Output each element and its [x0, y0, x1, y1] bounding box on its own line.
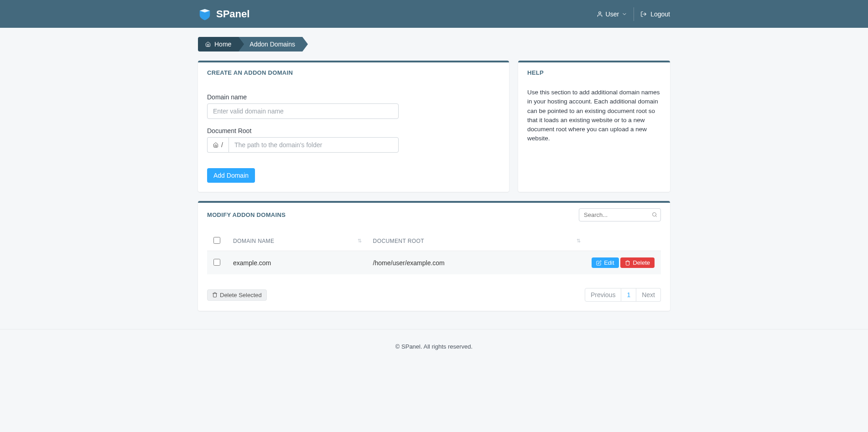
help-panel-title: HELP — [518, 62, 670, 81]
modify-panel-title: MODIFY ADDON DOMAINS — [207, 211, 286, 218]
document-root-input[interactable] — [229, 137, 399, 153]
domain-name-input[interactable] — [207, 103, 399, 119]
breadcrumb-home[interactable]: Home — [198, 37, 239, 51]
edit-icon — [596, 260, 602, 266]
docroot-prefix: / — [207, 137, 229, 153]
cell-domain: example.com — [227, 251, 367, 275]
delete-button[interactable]: Delete — [620, 257, 655, 268]
pagination-page-1[interactable]: 1 — [621, 288, 636, 302]
table-row: example.com /home/user/example.com Edit … — [207, 251, 661, 275]
svg-point-0 — [598, 11, 601, 14]
breadcrumb-home-label: Home — [214, 41, 231, 48]
search-icon — [652, 211, 657, 219]
breadcrumb: Home Addon Domains — [198, 37, 670, 51]
trash-icon — [212, 292, 218, 298]
user-menu[interactable]: User — [590, 7, 634, 21]
search-input[interactable] — [579, 208, 661, 221]
pagination-next[interactable]: Next — [636, 288, 661, 302]
svg-line-3 — [655, 216, 656, 216]
breadcrumb-current[interactable]: Addon Domains — [239, 37, 302, 51]
footer: © SPanel. All rights reserved. — [0, 329, 868, 359]
caret-down-icon — [622, 11, 627, 17]
trash-icon — [625, 260, 630, 266]
logout-label: Logout — [650, 10, 670, 18]
domains-table: DOMAIN NAME ⇅ DOCUMENT ROOT ⇅ example.co… — [207, 231, 661, 274]
home-icon — [213, 142, 218, 148]
pagination-previous[interactable]: Previous — [585, 288, 621, 302]
edit-button[interactable]: Edit — [592, 257, 619, 268]
create-panel-title: CREATE AN ADDON DOMAIN — [198, 62, 509, 81]
brand-name: SPanel — [216, 8, 249, 20]
document-root-label: Document Root — [207, 127, 500, 134]
row-checkbox[interactable] — [213, 259, 220, 266]
delete-selected-button[interactable]: Delete Selected — [207, 289, 267, 301]
header: SPanel User Logout — [0, 0, 868, 28]
modify-addon-panel: MODIFY ADDON DOMAINS DOMAIN NAME ⇅ DOCUM… — [198, 201, 670, 311]
pagination: Previous 1 Next — [585, 288, 661, 302]
column-domain-name[interactable]: DOMAIN NAME ⇅ — [227, 231, 367, 251]
domain-name-label: Domain name — [207, 93, 500, 101]
sort-icon: ⇅ — [577, 238, 581, 244]
logout-icon — [640, 11, 647, 17]
docroot-prefix-slash: / — [221, 141, 223, 149]
help-text: Use this section to add additional domai… — [527, 85, 661, 144]
help-panel: HELP Use this section to add additional … — [518, 61, 670, 192]
logout-link[interactable]: Logout — [634, 10, 670, 18]
user-icon — [597, 11, 603, 17]
logo-icon — [198, 7, 212, 21]
sort-icon: ⇅ — [358, 238, 362, 244]
select-all-checkbox[interactable] — [213, 237, 220, 244]
footer-text: © SPanel. All rights reserved. — [395, 343, 473, 350]
column-document-root[interactable]: DOCUMENT ROOT ⇅ — [367, 231, 586, 251]
user-label: User — [606, 10, 619, 18]
home-icon — [205, 41, 211, 47]
add-domain-button[interactable]: Add Domain — [207, 168, 255, 183]
breadcrumb-current-label: Addon Domains — [249, 41, 295, 48]
create-addon-panel: CREATE AN ADDON DOMAIN Domain name Docum… — [198, 61, 509, 192]
cell-docroot: /home/user/example.com — [367, 251, 586, 275]
brand-logo[interactable]: SPanel — [198, 7, 249, 21]
